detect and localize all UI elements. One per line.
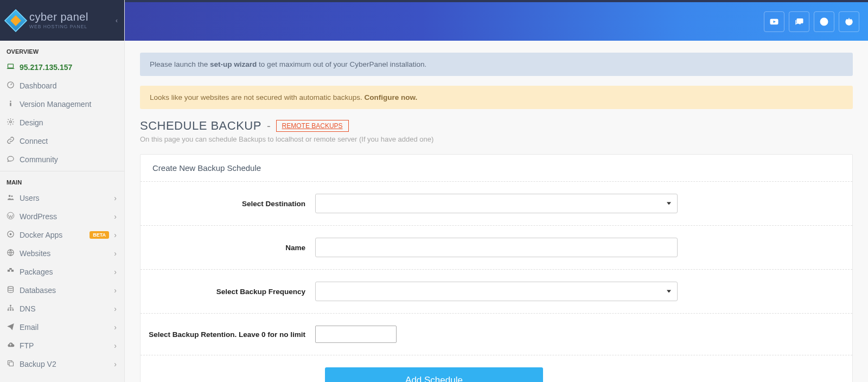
- copy-icon: [7, 359, 20, 369]
- page-heading: SCHEDULE BACKUP - REMOTE BACKUPS: [140, 119, 853, 133]
- sidebar-item-connect[interactable]: Connect: [0, 132, 124, 150]
- svg-point-10: [10, 233, 12, 235]
- brand-title: cyber panel: [29, 11, 88, 22]
- users-icon: [7, 193, 20, 203]
- content-area: Please launch the set-up wizard to get m…: [125, 41, 868, 382]
- sidebar-item-label: WordPress: [20, 212, 118, 221]
- sidebar-item-docker[interactable]: Docker Apps BETA: [0, 226, 124, 244]
- sidebar-item-label: Email: [20, 323, 118, 332]
- svg-point-7: [11, 195, 13, 197]
- page-title: SCHEDULE BACKUP: [140, 119, 261, 133]
- packages-icon: [7, 267, 20, 277]
- sidebar-item-label: Packages: [20, 268, 118, 276]
- sidebar-item-users[interactable]: Users: [0, 189, 124, 207]
- label-frequency: Select Backup Frequency: [147, 288, 315, 296]
- topbar: [125, 0, 868, 41]
- sidebar-item-label: Connect: [20, 137, 118, 145]
- alert-text: to get maximum out of your CyberPanel in…: [257, 60, 426, 68]
- name-input[interactable]: [315, 238, 678, 257]
- sidebar-item-label: Version Management: [20, 100, 118, 109]
- chat-button[interactable]: [789, 11, 809, 32]
- svg-rect-13: [11, 270, 14, 272]
- nav-section-overview: OVERVIEW: [0, 41, 124, 58]
- svg-rect-18: [10, 309, 11, 311]
- youtube-button[interactable]: [764, 11, 784, 32]
- svg-rect-12: [8, 270, 10, 272]
- brand-subtitle: WEB HOSTING PANEL: [29, 24, 88, 29]
- form-row-frequency: Select Backup Frequency: [141, 269, 852, 313]
- sidebar-item-label: FTP: [20, 341, 118, 350]
- frequency-select[interactable]: [315, 282, 678, 301]
- sidebar-item-packages[interactable]: Packages: [0, 263, 124, 281]
- sidebar-item-label: 95.217.135.157: [20, 63, 118, 72]
- svg-point-5: [10, 121, 12, 123]
- sidebar-item-dns[interactable]: DNS: [0, 300, 124, 318]
- retention-input[interactable]: [315, 326, 397, 343]
- sidebar-item-label: Backup V2: [20, 360, 118, 368]
- sidebar-item-ftp[interactable]: FTP: [0, 336, 124, 355]
- sidebar-item-websites[interactable]: Websites: [0, 244, 124, 263]
- label-name: Name: [147, 244, 315, 252]
- backup-schedule-panel: Create New Backup Schedule Select Destin…: [140, 154, 853, 382]
- alert-text: Please launch the: [150, 60, 210, 68]
- sidebar-item-version[interactable]: Version Management: [0, 95, 124, 113]
- svg-rect-16: [10, 305, 11, 307]
- link-icon: [7, 136, 20, 146]
- sidebar-item-label: Community: [20, 155, 118, 164]
- remote-backups-link[interactable]: REMOTE BACKUPS: [276, 120, 349, 132]
- sitemap-icon: [7, 304, 20, 314]
- heading-dash: -: [267, 120, 271, 132]
- chat-icon: [7, 155, 20, 164]
- svg-rect-1: [7, 68, 15, 69]
- sidebar-item-label: Websites: [20, 249, 118, 258]
- sidebar-item-wordpress[interactable]: WordPress: [0, 207, 124, 226]
- svg-point-15: [8, 286, 14, 289]
- backup-warning-alert[interactable]: Looks like your websites are not secured…: [140, 86, 853, 109]
- svg-point-3: [10, 101, 11, 103]
- alert-text: Looks like your websites are not secured…: [150, 93, 364, 101]
- power-button[interactable]: [839, 11, 859, 32]
- sidebar-item-backup-v2[interactable]: Backup V2: [0, 355, 124, 373]
- panel-title: Create New Backup Schedule: [141, 155, 852, 181]
- cloud-upload-icon: [7, 341, 20, 351]
- logo-icon: [4, 9, 27, 31]
- send-icon: [7, 322, 20, 332]
- sidebar-item-label: Databases: [20, 286, 118, 295]
- destination-select[interactable]: [315, 194, 678, 213]
- page-subtitle: On this page you can schedule Backups to…: [140, 135, 853, 143]
- sidebar-item-label: DNS: [20, 304, 118, 313]
- setup-wizard-alert[interactable]: Please launch the set-up wizard to get m…: [140, 53, 853, 76]
- svg-rect-19: [12, 309, 14, 311]
- svg-point-24: [823, 20, 826, 23]
- sidebar-item-email[interactable]: Email: [0, 318, 124, 336]
- sidebar-item-server-ip[interactable]: 95.217.135.157: [0, 58, 124, 77]
- wordpress-icon: [7, 212, 20, 221]
- gear-icon: [7, 118, 20, 128]
- add-schedule-button[interactable]: Add Schedule: [325, 367, 543, 382]
- sidebar-item-community[interactable]: Community: [0, 150, 124, 169]
- sidebar-item-design[interactable]: Design: [0, 113, 124, 132]
- sidebar-collapse-icon[interactable]: ‹: [116, 17, 118, 24]
- sidebar-item-label: Docker Apps: [20, 231, 90, 239]
- database-icon: [7, 285, 20, 295]
- alert-bold: set-up wizard: [210, 60, 257, 68]
- sidebar-item-label: Design: [20, 118, 118, 127]
- label-destination: Select Destination: [147, 200, 315, 208]
- sidebar-item-dashboard[interactable]: Dashboard: [0, 77, 124, 95]
- logo-area: cyber panel WEB HOSTING PANEL ‹: [0, 0, 124, 41]
- sidebar-item-label: Dashboard: [20, 81, 118, 90]
- beta-badge: BETA: [90, 231, 109, 239]
- svg-rect-0: [8, 64, 14, 68]
- svg-rect-14: [9, 268, 11, 270]
- svg-rect-17: [8, 309, 9, 311]
- svg-rect-20: [9, 362, 14, 366]
- sidebar: cyber panel WEB HOSTING PANEL ‹ OVERVIEW…: [0, 0, 125, 382]
- dashboard-icon: [7, 81, 20, 91]
- sidebar-item-databases[interactable]: Databases: [0, 281, 124, 300]
- svg-point-6: [9, 195, 11, 197]
- svg-rect-4: [10, 103, 11, 106]
- globe-icon: [7, 249, 20, 258]
- alert-bold: Configure now.: [364, 93, 417, 101]
- help-button[interactable]: [814, 11, 834, 32]
- docker-icon: [7, 230, 20, 240]
